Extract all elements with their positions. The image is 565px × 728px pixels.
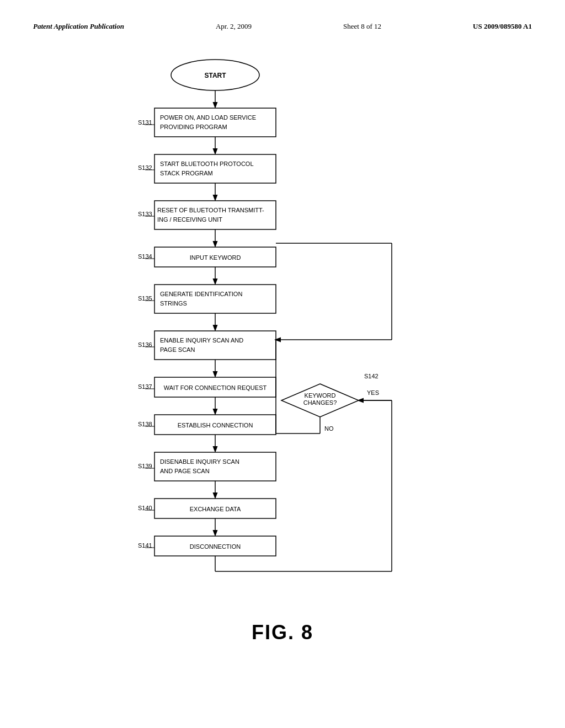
s139-text-1: DISENABLE INQUIRY SCAN [160,458,239,465]
box-s132 [154,154,276,183]
box-s139 [154,452,276,481]
box-s131 [154,108,276,137]
s132-text-1: START BLUETOOTH PROTOCOL [160,160,254,167]
header-patent: US 2009/089580 A1 [473,22,532,31]
header-sheet: Sheet 8 of 12 [343,22,381,31]
header: Patent Application Publication Apr. 2, 2… [33,22,532,31]
s131-text-1: POWER ON, AND LOAD SERVICE [160,114,256,121]
no-label: NO [324,425,334,432]
s142-text-1: KEYWORD [305,392,336,399]
s137-text: WAIT FOR CONNECTION REQUEST [164,384,267,391]
box-s133 [154,201,276,229]
s142-id: S142 [364,373,379,379]
figure-caption: FIG. 8 [33,621,532,644]
s132-text-2: STACK PROGRAM [160,170,213,176]
s135-text-2: STRINGS [160,300,187,307]
s136-text-2: PAGE SCAN [160,346,195,353]
s138-text: ESTABLISH CONNECTION [178,422,253,429]
s131-text-2: PROVIDING PROGRAM [160,124,227,130]
s133-text-1: RESET OF BLUETOOTH TRANSMITT- [157,207,264,213]
s133-text-2: ING / RECEIVING UNIT [157,216,222,223]
page: Patent Application Publication Apr. 2, 2… [0,0,565,728]
start-label: START [204,72,226,79]
s134-text: INPUT KEYWORD [190,254,241,261]
s139-text-2: AND PAGE SCAN [160,468,210,474]
flowchart-svg: .flow-text { font-family: Arial, sans-se… [66,47,519,599]
flowchart: .flow-text { font-family: Arial, sans-se… [66,47,532,599]
box-s136 [154,331,276,360]
header-publication: Patent Application Publication [33,22,124,31]
box-s135 [154,285,276,313]
s142-text-2: CHANGES? [303,399,337,406]
s136-text-1: ENABLE INQUIRY SCAN AND [160,337,243,344]
s135-text-1: GENERATE IDENTIFICATION [160,291,242,297]
header-date: Apr. 2, 2009 [216,22,252,31]
s141-text: DISCONNECTION [190,543,241,550]
yes-label: YES [367,389,379,396]
s140-text: EXCHANGE DATA [190,506,241,512]
